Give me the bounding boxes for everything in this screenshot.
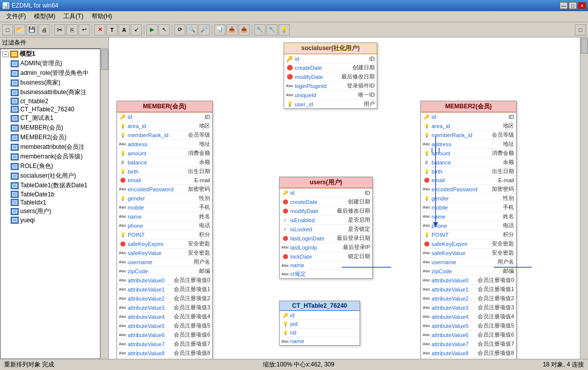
maximize-button[interactable]: □ (569, 2, 577, 9)
sidebar-scrollbar[interactable] (100, 49, 108, 359)
field-row[interactable]: Abc attributeValue1 会员注册项值1 (421, 284, 516, 294)
field-row[interactable]: 💡 rid (280, 328, 360, 337)
sidebar-item-tabledate1[interactable]: TableDate1(数据表Date1 (1, 181, 100, 190)
field-row[interactable]: 🔴 createDate 创建日期 (284, 63, 377, 72)
field-row[interactable]: 💡 area_id 地区 (117, 121, 212, 130)
canvas-scroll[interactable]: socialuser(社化用户) 🔑 id ID 🔴 createDate 创建… (109, 37, 588, 359)
field-row[interactable]: 💡 area_id 地区 (421, 121, 516, 130)
tree-root[interactable]: − 模型1 (1, 49, 100, 59)
field-row[interactable]: Abc name 姓名 (117, 212, 212, 221)
minimize-button[interactable]: — (560, 2, 568, 9)
toolbar-text[interactable]: T (106, 24, 117, 35)
field-row-phone[interactable]: Abc phone 电话 (117, 221, 212, 230)
field-row[interactable]: Abc mobile 手机 (421, 202, 516, 212)
sidebar-item-role[interactable]: ROLE(角色) (1, 161, 100, 171)
sidebar-item-member2[interactable]: MEMBER2(会员) (1, 133, 100, 142)
field-row[interactable]: 🔴 modifyDate 最后修改日期 (280, 206, 372, 215)
table-member2[interactable]: MEMBER2(会员) 🔑 id ID 💡 area_id 地区 💡 (420, 101, 517, 359)
field-row[interactable]: Abc attributeValue0 会员注册项值0 (421, 275, 516, 284)
field-row[interactable]: 💡 pid (280, 319, 360, 328)
sidebar-item-cthtable2-76240[interactable]: CT_HTable2_76240 (1, 105, 100, 113)
toolbar-export[interactable]: 📤 (226, 24, 238, 35)
field-row[interactable]: Abc attributeValue4 会员注册项值4 (117, 312, 212, 321)
field-row[interactable]: # balance 余额 (421, 157, 516, 167)
field-row[interactable]: ✓ isLocked 是否锁定 (280, 224, 372, 233)
field-row[interactable]: Abc name 姓名 (421, 212, 516, 221)
toolbar-run[interactable]: ▶ (146, 24, 158, 35)
table-socialuser[interactable]: socialuser(社化用户) 🔑 id ID 🔴 createDate 创建… (284, 43, 377, 109)
field-row[interactable]: 💡 birth 出生日期 (117, 167, 212, 176)
toolbar-settings2[interactable]: 🔧 (266, 24, 278, 35)
field-row[interactable]: Abc username 用户名 (421, 257, 516, 266)
field-row[interactable]: 🔑 id ID (284, 54, 377, 63)
field-row[interactable]: 🔴 email E-mail (421, 176, 516, 184)
toolbar-copy[interactable]: ⎘ (66, 24, 77, 35)
field-row[interactable]: Abc attributeValue6 会员注册项值6 (117, 330, 212, 339)
field-row[interactable]: Abc lastLoginIp 最后登录IP (280, 242, 372, 252)
table-ct-htable2[interactable]: CT_HTable2_76240 🔑 id 💡 pid 💡 rid (279, 301, 360, 346)
sidebar-item-business[interactable]: business(商家) (1, 78, 100, 88)
field-row[interactable]: Abc attributeValue7 会员注册项值7 (421, 339, 516, 348)
field-row[interactable]: 💡 POINT 积分 (117, 230, 212, 239)
sidebar-item-tableidx1[interactable]: TableIdx1 (1, 198, 100, 207)
field-row[interactable]: Abc attributeValue7 会员注册项值7 (117, 339, 212, 348)
toolbar-extra[interactable]: □ (575, 24, 586, 35)
canvas-vscroll[interactable] (580, 37, 588, 359)
field-row[interactable]: Abc name (280, 337, 360, 345)
field-row[interactable]: 🔴 safeKeyExpire 安全密匙 (421, 239, 516, 248)
field-row[interactable]: Abc encodedPassword 加密密码 (421, 184, 516, 193)
menu-tools[interactable]: 工具(T) (59, 11, 87, 22)
sidebar-item-yueqi[interactable]: yueqi (1, 216, 100, 224)
field-row[interactable]: Abc encodedPassword 加密密码 (117, 184, 212, 193)
field-row[interactable]: Abc uniqueId 唯一ID (284, 90, 377, 99)
toolbar-undo[interactable]: ↩ (79, 24, 90, 35)
field-row[interactable]: Abc zipCode 邮编 (117, 266, 212, 275)
field-row[interactable]: Abc attributeValue0 会员注册项值0 (117, 275, 212, 284)
field-row[interactable]: 🔴 lockDate 锁定日期 (280, 252, 372, 261)
field-row[interactable]: Abc attributeValue8 会员注册项值8 (421, 348, 516, 357)
field-row[interactable]: Abc safeKeyValue 安全密匙 (421, 248, 516, 257)
sidebar-item-admin[interactable]: ADMIN(管理员) (1, 59, 100, 68)
close-button[interactable]: ✕ (578, 2, 586, 9)
field-row[interactable]: 💡 memberRank_id 会员等级 (421, 130, 516, 139)
field-row[interactable]: Abc address 地址 (117, 139, 212, 148)
sidebar-item-adminrole[interactable]: admin_role(管理员角色中 (1, 68, 100, 78)
toolbar-hint[interactable]: 💡 (279, 24, 290, 35)
canvas-area[interactable]: socialuser(社化用户) 🔑 id ID 🔴 createDate 创建… (109, 37, 588, 359)
sidebar-item-cthtable2[interactable]: ct_htable2 (1, 97, 100, 105)
sidebar-item-businessattr[interactable]: businessattribute(商家注 (1, 88, 100, 97)
field-row[interactable]: Abc mobile 手机 (117, 202, 212, 212)
sidebar-item-socialuser[interactable]: socialuser(社化用户) (1, 171, 100, 181)
field-row[interactable]: 💡 amount 消费金额 (421, 148, 516, 157)
field-row[interactable]: Abc attributeValue9 会员注册项值9 (117, 357, 212, 359)
toolbar-zoom-out[interactable]: 🔎 (199, 24, 210, 35)
field-row[interactable]: Abc attributeValue8 会员注册项值8 (117, 348, 212, 357)
field-row[interactable]: Abc attributeValue2 会员注册项值2 (117, 294, 212, 303)
field-row[interactable]: 🔑 id ID (421, 112, 516, 121)
toolbar-delete[interactable]: ✕ (94, 24, 105, 35)
field-row[interactable]: Abc attributeValue1 会员注册项值1 (117, 284, 212, 294)
toolbar-arrow[interactable]: A (119, 24, 130, 35)
field-row[interactable]: 💡 gender 性别 (117, 193, 212, 202)
field-row[interactable]: Abc attributeValue4 会员注册项值4 (421, 312, 516, 321)
field-row[interactable]: 🔴 safeKeyExpire 安全密匙 (117, 239, 212, 248)
field-row[interactable]: Abc username 用户名 (117, 257, 212, 266)
toolbar-new[interactable]: □ (2, 24, 13, 35)
field-row[interactable]: 🔑 id (280, 311, 360, 319)
sidebar-item-memberattr[interactable]: memberattribute(会员注 (1, 142, 100, 152)
field-row[interactable]: 💡 POINT 积分 (421, 230, 516, 239)
field-row[interactable]: Abc attributeValue9 会员注册项值9 (421, 357, 516, 359)
toolbar-zoom-in[interactable]: 🔍 (186, 24, 198, 35)
field-row[interactable]: 💡 amount 消费金额 (117, 148, 212, 157)
field-row[interactable]: Abc attributeValue5 会员注册项值5 (117, 321, 212, 330)
sidebar-item-ct-test1[interactable]: CT_测试表1 (1, 113, 100, 123)
field-row[interactable]: Abc attributeValue2 会员注册项值2 (421, 294, 516, 303)
field-row[interactable]: 🔑 id ID (280, 188, 372, 197)
field-row[interactable]: Abc address 地址 (421, 139, 516, 148)
toolbar-print[interactable]: 🖨 (38, 24, 50, 35)
field-row[interactable]: Abc zipCode 邮编 (421, 266, 516, 275)
field-row[interactable]: 💡 gender 性别 (421, 193, 516, 202)
field-row[interactable]: 🔴 lastLoginDate 最后登录日期 (280, 233, 372, 242)
field-row[interactable]: Abc attributeValue5 会员注册项值5 (421, 321, 516, 330)
menu-help[interactable]: 帮助(H) (88, 11, 116, 22)
